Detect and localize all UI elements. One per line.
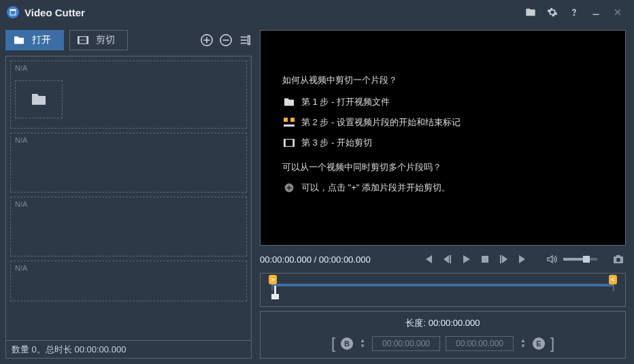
volume-slider[interactable] bbox=[563, 258, 597, 261]
svg-point-2 bbox=[574, 15, 575, 16]
cut-button-label: 剪切 bbox=[96, 34, 115, 46]
left-toolbar: 打开 剪切 bbox=[5, 30, 252, 56]
next-frame-button[interactable] bbox=[516, 252, 531, 267]
snapshot-button[interactable] bbox=[611, 252, 626, 267]
svg-rect-28 bbox=[450, 255, 451, 263]
help-step3: 第 3 步 - 开始剪切 bbox=[282, 137, 625, 149]
app-logo bbox=[7, 6, 19, 18]
end-label: E bbox=[533, 337, 545, 350]
clip-thumb bbox=[15, 80, 63, 118]
svg-rect-23 bbox=[284, 139, 286, 146]
svg-rect-19 bbox=[284, 118, 288, 122]
close-button[interactable] bbox=[607, 3, 629, 22]
open-button[interactable]: 打开 bbox=[5, 30, 64, 50]
clip-slot[interactable]: N/A bbox=[10, 61, 247, 129]
playhead[interactable] bbox=[271, 286, 280, 299]
playback-time: 00:00:00.000 / 00:00:00.000 bbox=[260, 254, 416, 265]
markers-icon bbox=[282, 117, 296, 128]
start-marker[interactable]: > bbox=[269, 275, 277, 284]
help-q1: 如何从视频中剪切一个片段？ bbox=[282, 74, 625, 86]
volume-button[interactable] bbox=[544, 252, 559, 267]
step-forward-button[interactable] bbox=[497, 252, 512, 267]
clip-na-label: N/A bbox=[15, 200, 27, 208]
clip-slot[interactable]: N/A bbox=[10, 133, 247, 193]
timeline-track[interactable]: > < bbox=[271, 279, 614, 291]
cut-button[interactable]: 剪切 bbox=[69, 30, 128, 50]
svg-rect-8 bbox=[86, 37, 88, 44]
svg-rect-24 bbox=[293, 139, 294, 146]
prev-frame-button[interactable] bbox=[420, 252, 435, 267]
clip-slot[interactable]: N/A bbox=[10, 197, 247, 257]
status-bar: 数量 0。总时长 00:00:00.000 bbox=[5, 341, 252, 359]
svg-rect-7 bbox=[78, 37, 80, 44]
help-step2: 第 2 步 - 设置视频片段的开始和结束标记 bbox=[282, 116, 625, 129]
film-icon bbox=[282, 137, 296, 148]
help-a2: 可以，点击 "+" 添加片段并开始剪切。 bbox=[282, 182, 625, 194]
titlebar: Video Cutter bbox=[0, 0, 634, 24]
preview-area: 如何从视频中剪切一个片段？ 第 1 步 - 打开视频文件 第 2 步 - 设置视… bbox=[260, 30, 626, 246]
open-button-label: 打开 bbox=[32, 34, 51, 46]
help-q2: 可以从一个视频中同时剪切多个片段吗？ bbox=[282, 161, 625, 173]
step-back-button[interactable] bbox=[439, 252, 454, 267]
svg-rect-21 bbox=[284, 125, 295, 127]
app-title: Video Cutter bbox=[24, 7, 520, 18]
svg-rect-20 bbox=[290, 118, 295, 122]
bracket-close-icon[interactable]: ] bbox=[550, 335, 554, 352]
clip-slot[interactable]: N/A bbox=[10, 261, 247, 301]
main-area: 打开 剪切 N/A N/A N/A N/A bbox=[0, 24, 634, 364]
begin-label: B bbox=[341, 337, 353, 350]
settings-icon[interactable] bbox=[541, 3, 563, 22]
remove-clip-button[interactable] bbox=[219, 33, 233, 47]
range-length: 长度: 00:00:00.000 bbox=[405, 317, 480, 329]
timeline[interactable]: > < bbox=[260, 273, 626, 307]
stop-button[interactable] bbox=[478, 252, 493, 267]
svg-rect-18 bbox=[248, 36, 250, 45]
clip-na-label: N/A bbox=[15, 264, 27, 272]
left-panel: 打开 剪切 N/A N/A N/A N/A bbox=[0, 24, 257, 364]
begin-time-input[interactable] bbox=[372, 336, 440, 351]
svg-rect-1 bbox=[10, 10, 16, 11]
status-text: 数量 0。总时长 00:00:00.000 bbox=[12, 344, 126, 356]
folder-icon bbox=[282, 97, 296, 107]
add-clip-button[interactable] bbox=[200, 33, 214, 47]
playback-controls: 00:00:00.000 / 00:00:00.000 bbox=[260, 250, 626, 269]
play-button[interactable] bbox=[458, 252, 473, 267]
svg-rect-33 bbox=[616, 255, 620, 257]
list-menu-button[interactable] bbox=[238, 33, 252, 47]
svg-rect-29 bbox=[482, 256, 488, 263]
clip-na-label: N/A bbox=[15, 64, 27, 72]
help-icon[interactable] bbox=[563, 3, 585, 22]
bracket-open-icon[interactable]: [ bbox=[331, 335, 335, 352]
range-panel: 长度: 00:00:00.000 [ B ▲▼ ▲▼ E ] bbox=[260, 311, 626, 359]
range-inputs: [ B ▲▼ ▲▼ E ] bbox=[331, 335, 554, 352]
end-time-input[interactable] bbox=[446, 336, 514, 351]
minimize-button[interactable] bbox=[585, 3, 607, 22]
end-spinner[interactable]: ▲▼ bbox=[519, 338, 527, 349]
svg-rect-30 bbox=[500, 255, 501, 263]
clip-list: N/A N/A N/A N/A bbox=[5, 56, 252, 341]
end-marker[interactable]: < bbox=[609, 275, 617, 284]
help-step1: 第 1 步 - 打开视频文件 bbox=[282, 96, 625, 108]
svg-point-32 bbox=[616, 258, 620, 262]
open-folder-icon[interactable] bbox=[520, 3, 541, 22]
plus-circle-icon bbox=[282, 182, 296, 193]
clip-na-label: N/A bbox=[15, 136, 27, 144]
begin-spinner[interactable]: ▲▼ bbox=[358, 338, 367, 349]
right-panel: 如何从视频中剪切一个片段？ 第 1 步 - 打开视频文件 第 2 步 - 设置视… bbox=[257, 24, 634, 364]
